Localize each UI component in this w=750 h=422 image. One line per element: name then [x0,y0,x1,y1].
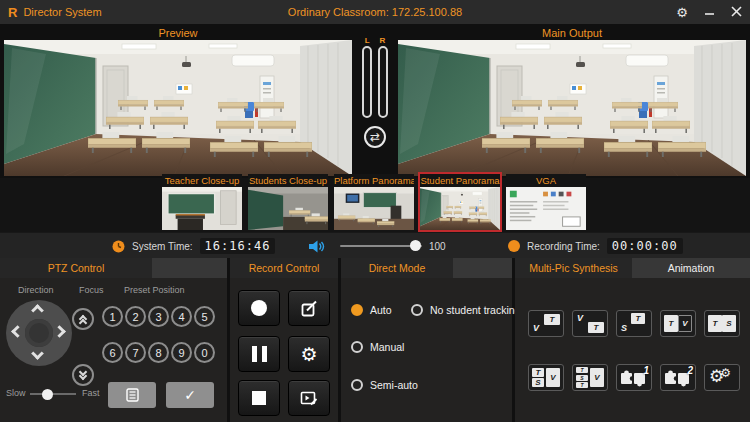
preset-button-0[interactable]: 0 [194,342,215,363]
layout-tst-stack-v-button[interactable]: T S T V [572,364,608,391]
volume-slider-thumb[interactable] [410,240,421,251]
layout-v-with-t-inset-bottom-button[interactable]: V T [572,310,608,337]
keypad-icon [126,388,139,402]
focus-label: Focus [79,285,104,295]
multi-pic-panel: Multi-Pic Synthesis Animation V T V T S … [515,258,750,422]
radio-dot[interactable] [351,379,363,391]
pan-up-icon[interactable] [31,304,44,317]
tab-direct-mode[interactable]: Direct Mode [341,258,453,278]
synthesis-preset-2-button[interactable]: 2 [660,364,696,391]
radio-label: Semi-auto [370,379,418,391]
synthesis-preset-1-button[interactable]: 1 [616,364,652,391]
pause-icon [252,346,267,362]
preset-keypad-button[interactable] [108,382,156,408]
preset-button-3[interactable]: 3 [148,306,169,327]
pause-button[interactable] [238,336,280,372]
focus-in-button[interactable] [72,308,94,330]
preset-button-8[interactable]: 8 [148,342,169,363]
direction-label: Direction [18,285,54,295]
layout-ts-stack-v-button[interactable]: T S V [528,364,564,391]
window-title: Ordinary Classroom: 172.25.100.88 [0,6,750,18]
layout-s-with-t-inset-button[interactable]: S T [616,310,652,337]
swap-preview-output-button[interactable]: ⇄ [364,126,386,148]
stop-icon [252,391,266,405]
preset-button-1[interactable]: 1 [102,306,123,327]
thumbnail-teacher-closeup[interactable]: Teacher Close-up [160,172,244,232]
record-control-panel: Record Control ⚙ [230,258,338,422]
preview-video [4,40,352,176]
thumbnail-image [248,187,328,230]
preset-button-6[interactable]: 6 [102,342,123,363]
radio-no-student-tracking[interactable]: No student tracking [411,304,520,316]
tab-record-control: Record Control [230,258,338,278]
thumbnail-label: VGA [506,174,586,187]
radio-manual[interactable]: Manual [351,341,404,353]
preset-button-7[interactable]: 7 [125,342,146,363]
tab-ptz-empty [152,258,227,278]
stop-button[interactable] [238,380,280,416]
ptz-home-button[interactable] [25,319,53,347]
tab-ptz-control[interactable]: PTZ Control [0,258,152,278]
clock-icon [112,240,125,253]
radio-dot[interactable] [351,304,363,316]
tab-direct-empty [453,258,512,278]
audio-meter-left [362,46,372,118]
pan-down-icon[interactable] [31,347,44,360]
layout-t-v-split-button[interactable]: T V [660,310,696,337]
pan-left-icon[interactable] [11,325,24,338]
record-settings-button[interactable]: ⚙ [288,336,330,372]
thumbnail-student-panorama[interactable]: Student Panorama [418,172,502,232]
record-button[interactable] [238,290,280,326]
speed-slider-thumb[interactable] [42,389,53,400]
audio-meter-right [378,46,388,118]
status-bar: System Time: 16:16:46 100 Recording Time… [0,232,750,258]
thumbnail-vga[interactable]: VGA [504,172,588,232]
radio-label: Auto [370,304,392,316]
volume-slider[interactable] [340,245,422,247]
speaker-icon[interactable] [308,239,325,254]
main-output-video [398,40,746,176]
radio-dot[interactable] [411,304,423,316]
speed-slider[interactable] [30,393,76,395]
double-gear-icon: ⚙⚙ [709,366,735,387]
meter-right-label: R [380,36,386,45]
ptz-direction-pad[interactable] [6,300,72,366]
focus-out-button[interactable] [72,364,94,386]
thumbnail-students-closeup[interactable]: Students Close-up [246,172,330,232]
director-system-window: R Director System Ordinary Classroom: 17… [0,0,750,422]
synthesis-settings-button[interactable]: ⚙⚙ [704,364,740,391]
main-output-label: Main Output [398,27,746,39]
radio-semi-auto[interactable]: Semi-auto [351,379,418,391]
check-icon: ✓ [184,387,196,403]
direct-mode-panel: Direct Mode Auto No student tracking Man… [341,258,512,422]
thumbnail-label: Students Close-up [248,174,328,187]
pan-right-icon[interactable] [53,325,66,338]
recording-time-display: 00:00:00 [607,238,683,254]
thumbnail-label: Student Panorama [420,174,500,187]
edit-icon [301,300,318,317]
close-icon[interactable] [731,6,742,19]
settings-gear-icon[interactable]: ⚙ [676,6,688,19]
recorded-files-button[interactable] [288,380,330,416]
preset-button-2[interactable]: 2 [125,306,146,327]
radio-dot[interactable] [351,341,363,353]
system-time-label: System Time: [132,241,193,252]
radio-label: Manual [370,341,404,353]
layout-t-s-split-button[interactable]: T S [704,310,740,337]
preset-button-4[interactable]: 4 [171,306,192,327]
preset-confirm-button[interactable]: ✓ [166,382,214,408]
video-file-icon [300,390,318,407]
tab-animation[interactable]: Animation [632,258,750,278]
preset-button-9[interactable]: 9 [171,342,192,363]
meter-left-label: L [365,36,370,45]
minimize-icon[interactable] [704,6,715,19]
preset-position-label: Preset Position [124,285,185,295]
thumbnail-image [420,187,500,230]
layout-v-with-t-inset-top-button[interactable]: V T [528,310,564,337]
edit-metadata-button[interactable] [288,290,330,326]
thumbnail-platform-panorama[interactable]: Platform Panorama [332,172,416,232]
preset-button-5[interactable]: 5 [194,306,215,327]
ptz-control-panel: PTZ Control Direction Focus Preset Posit… [0,258,227,422]
tab-multi-pic-synthesis[interactable]: Multi-Pic Synthesis [515,258,632,278]
radio-auto[interactable]: Auto [351,304,392,316]
